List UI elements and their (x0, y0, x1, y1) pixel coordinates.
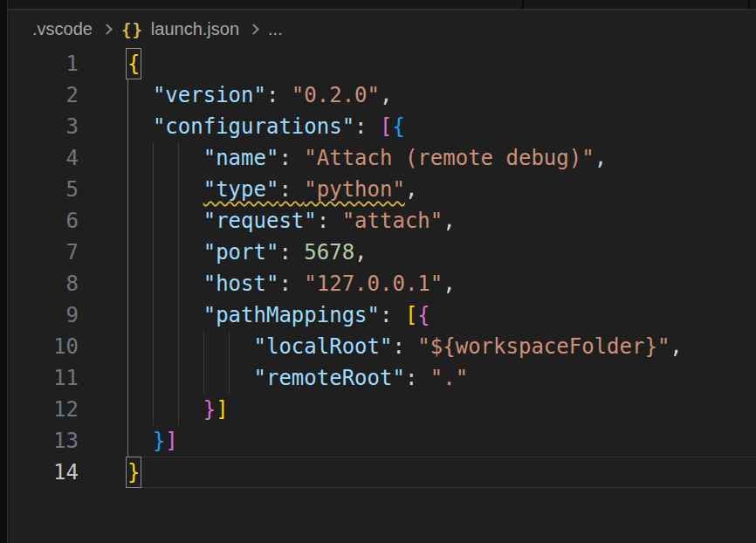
breadcrumb-item[interactable]: .vscode (32, 19, 93, 39)
code-text: { (127, 48, 140, 79)
code-line[interactable]: 2 "version": "0.2.0", (8, 79, 756, 111)
json-file-icon: {} (121, 20, 143, 39)
line-number[interactable]: 5 (8, 174, 79, 205)
code-token: [ (380, 114, 392, 139)
code-token: "remoteRoot" (254, 366, 405, 390)
code-token: { (417, 303, 430, 327)
code-text: "pathMappings": [{ (127, 299, 430, 331)
code-token: , (443, 209, 455, 233)
code-line[interactable]: 8 "host": "127.0.0.1", (8, 268, 756, 299)
code-line[interactable]: 11 "remoteRoot": "." (8, 362, 756, 394)
code-token: "0.2.0" (292, 83, 380, 107)
indent-spaces (127, 146, 203, 170)
code-token: ] (165, 429, 177, 453)
code-line[interactable]: 12 }] (8, 394, 756, 425)
code-token: : (278, 177, 304, 202)
code-text: }] (127, 394, 229, 425)
code-line[interactable]: 10 "localRoot": "${workspaceFolder}", (8, 331, 756, 362)
line-number[interactable]: 4 (8, 142, 79, 174)
indent-spaces (127, 429, 153, 453)
code-line[interactable]: 5 "type": "python", (8, 174, 756, 205)
code-token: "python" (304, 177, 405, 202)
code-token: } (153, 429, 165, 453)
code-text: "localRoot": "${workspaceFolder}", (127, 331, 683, 362)
line-number[interactable]: 13 (8, 425, 79, 457)
code-text: "port": 5678, (127, 237, 368, 268)
line-number[interactable]: 7 (8, 237, 79, 268)
code-token: , (405, 177, 417, 202)
code-line[interactable]: 13 }] (8, 425, 756, 457)
code-token: "localRoot" (254, 334, 393, 359)
code-token: , (354, 240, 367, 265)
code-token: "host" (203, 272, 279, 296)
indent-spaces (127, 366, 254, 390)
tab-separator (748, 0, 750, 9)
code-token: "request" (203, 209, 317, 233)
code-line[interactable]: 7 "port": 5678, (8, 237, 756, 268)
line-number[interactable]: 2 (8, 79, 79, 111)
indent-spaces (127, 177, 203, 202)
code-line[interactable]: 6 "request": "attach", (8, 205, 756, 237)
code-token: "." (430, 366, 468, 390)
code-token: [ (405, 303, 417, 327)
code-token: "pathMappings" (203, 303, 380, 327)
code-area[interactable]: 1{2 "version": "0.2.0",3 "configurations… (8, 48, 756, 488)
code-text: "name": "Attach (remote debug)", (127, 142, 607, 174)
code-token: : (278, 272, 304, 296)
code-line[interactable]: 4 "name": "Attach (remote debug)", (8, 142, 756, 174)
code-token: , (380, 83, 392, 107)
matched-bracket: } (127, 457, 141, 487)
indent-spaces (127, 303, 203, 327)
code-text: "remoteRoot": "." (127, 362, 468, 394)
code-token: , (670, 334, 682, 359)
code-text: "version": "0.2.0", (127, 79, 392, 111)
line-number[interactable]: 8 (8, 268, 79, 299)
indent-spaces (127, 397, 203, 422)
code-token: , (443, 272, 455, 296)
code-text: "type": "python", (127, 174, 417, 205)
code-token: "type" (203, 177, 279, 202)
code-token: "127.0.0.1" (304, 272, 443, 296)
code-token: : (278, 146, 304, 170)
line-number[interactable]: 10 (8, 331, 79, 362)
indent-spaces (127, 272, 203, 296)
code-token: } (203, 397, 216, 422)
code-token: { (392, 114, 404, 139)
code-token: : (317, 209, 342, 233)
tab-bar (8, 0, 756, 10)
line-number[interactable]: 9 (8, 299, 79, 331)
code-token: : (405, 366, 430, 390)
code-token: "attach" (342, 209, 443, 233)
code-text: "configurations": [{ (127, 111, 405, 142)
code-text: } (127, 457, 140, 488)
line-number[interactable]: 14 (8, 457, 79, 488)
line-number[interactable]: 1 (8, 48, 79, 79)
code-line[interactable]: 1{ (8, 48, 756, 79)
indent-spaces (127, 334, 254, 359)
line-number[interactable]: 6 (8, 205, 79, 237)
breadcrumb-item[interactable]: launch.json (151, 19, 239, 39)
code-line[interactable]: 14} (8, 457, 756, 488)
code-text: }] (127, 425, 178, 457)
code-line[interactable]: 3 "configurations": [{ (8, 111, 756, 142)
code-token: : (266, 83, 292, 107)
code-token: , (594, 146, 607, 170)
current-line-highlight (127, 457, 756, 488)
code-token: ] (216, 397, 228, 422)
matched-bracket: { (127, 49, 141, 79)
line-number[interactable]: 12 (8, 394, 79, 425)
code-line[interactable]: 9 "pathMappings": [{ (8, 299, 756, 331)
code-token: "Attach (remote debug)" (304, 146, 594, 170)
chevron-right-icon (248, 24, 259, 35)
indent-spaces (127, 209, 203, 233)
code-text: "request": "attach", (127, 205, 456, 237)
code-token: : (278, 240, 304, 265)
code-text: "host": "127.0.0.1", (127, 268, 456, 299)
breadcrumb-item[interactable]: ... (268, 19, 283, 39)
code-token: "port" (203, 240, 279, 265)
line-number[interactable]: 11 (8, 362, 79, 394)
line-number[interactable]: 3 (8, 111, 79, 142)
sidebar-edge-strip (0, 0, 8, 543)
indent-spaces (127, 83, 153, 107)
tab-separator (522, 0, 524, 9)
